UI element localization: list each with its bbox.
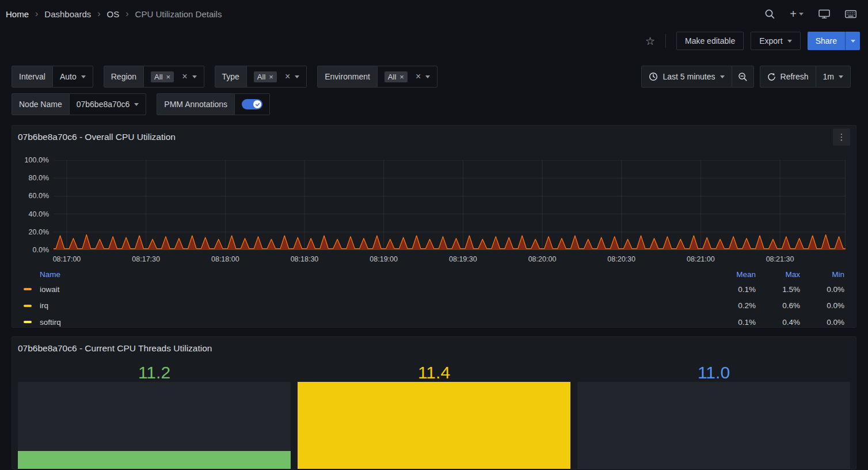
series-mean: 0.1% [711,318,756,327]
environment-label: Environment [317,66,378,88]
region-label: Region [104,66,144,88]
series-color-swatch [24,305,32,307]
refresh-interval-select[interactable]: 1m [816,66,851,88]
filter-row-1: Interval Auto Region All × × T [12,66,851,88]
series-name[interactable]: iowait [40,285,60,294]
interval-select[interactable]: Auto [52,66,93,88]
keyboard-shortcuts-icon[interactable] [845,10,856,18]
clear-selection-icon[interactable]: × [182,72,187,81]
x-tick: 08:21:00 [677,255,724,264]
cpu-utilization-chart[interactable] [54,160,846,250]
chevron-down-icon [851,40,855,43]
gauge-bar [18,382,291,469]
search-icon[interactable] [764,9,775,19]
refresh-button[interactable]: Refresh [760,66,816,88]
share-dropdown-button[interactable] [845,32,860,50]
time-range-group: Last 5 minutes [641,66,753,88]
share-button[interactable]: Share [808,32,845,50]
legend-header-min[interactable]: Min [800,270,844,279]
cpu-thread-gauge: 11.0 [577,363,850,469]
series-min: 0.0% [800,285,844,294]
gauge-bar [577,382,850,469]
legend-header-max[interactable]: Max [756,270,800,279]
favorite-star-button[interactable]: ☆ [645,35,655,48]
panel-header: 07b6be8a70c6 - Current CPU Threads Utili… [12,337,856,360]
series-mean: 0.1% [711,285,756,294]
cpu-thread-gauge: 11.4 [298,363,570,469]
clear-selection-icon[interactable]: × [285,72,290,81]
series-name[interactable]: softirq [40,318,61,327]
x-tick: 08:20:00 [519,255,565,264]
legend-row-irq: irq 0.2% 0.6% 0.0% [12,298,856,314]
node-name-filter: Node Name 07b6be8a70c6 [12,93,146,115]
breadcrumb-separator-icon: › [125,9,128,19]
plus-icon: + [790,9,797,19]
tv-mode-icon[interactable] [818,9,830,19]
breadcrumb-os[interactable]: OS [107,9,120,19]
zoom-out-button[interactable] [732,66,754,88]
gauge-value: 11.4 [298,363,570,382]
toolbar-divider [665,34,666,48]
breadcrumb-separator-icon: › [35,9,38,19]
interval-filter: Interval Auto [12,66,93,88]
time-range-picker[interactable]: Last 5 minutes [641,66,732,88]
environment-tag[interactable]: All × [384,71,408,82]
chevron-down-icon [839,75,843,78]
panel-menu-button[interactable]: ⋮ [833,128,850,146]
series-min: 0.0% [800,301,844,310]
remove-tag-icon[interactable]: × [269,73,273,81]
y-tick: 40.0% [12,210,49,219]
breadcrumb: Home › Dashboards › OS › CPU Utilization… [6,9,222,19]
type-tag-value: All [257,73,265,81]
gauge-value: 11.0 [577,363,850,382]
refresh-icon [767,73,776,81]
thread-gauges: 11.2 11.4 11.0 [12,363,856,469]
region-filter: Region All × × [104,66,204,88]
environment-filter: Environment All × × [317,66,437,88]
legend-header-name[interactable]: Name [40,270,60,279]
panel-title[interactable]: 07b6be8a70c6 - Current CPU Threads Utili… [18,343,212,354]
x-axis-labels: 08:17:00 08:17:30 08:18:00 08:18:30 08:1… [12,255,856,264]
refresh-interval-value: 1m [823,72,834,81]
node-name-select[interactable]: 07b6be8a70c6 [69,93,147,115]
region-tag[interactable]: All × [151,71,174,82]
top-nav-actions: + [764,9,856,19]
series-max: 0.6% [756,301,800,310]
gauge-value: 11.2 [18,363,291,382]
pmm-annotations-toggle[interactable] [242,99,262,109]
node-name-value: 07b6be8a70c6 [77,100,130,109]
legend-header: Name Mean Max Min [12,267,856,281]
kebab-icon: ⋮ [837,132,846,142]
panel-title[interactable]: 07b6be8a70c6 - Overall CPU Utilization [18,132,176,142]
clock-icon [649,72,658,81]
remove-tag-icon[interactable]: × [399,73,404,81]
type-tag[interactable]: All × [254,71,277,82]
dashboard-toolbar: ☆ Make editable Export Share [0,28,868,54]
y-tick: 60.0% [12,191,49,200]
dashboard-content: 07b6be8a70c6 - Overall CPU Utilization ⋮… [0,125,868,469]
chevron-down-icon [81,75,86,78]
y-tick: 20.0% [12,228,49,237]
breadcrumb-home[interactable]: Home [6,9,29,19]
filter-row-2: Node Name 07b6be8a70c6 PMM Annotations [12,93,851,115]
export-label: Export [759,36,782,46]
make-editable-button[interactable]: Make editable [676,32,744,50]
chevron-down-icon [720,75,725,78]
series-color-swatch [24,288,32,290]
add-menu-button[interactable]: + [790,9,804,19]
export-button[interactable]: Export [751,32,800,50]
series-max: 1.5% [756,285,800,294]
type-filter: Type All × × [215,66,307,88]
series-name[interactable]: irq [40,301,48,310]
region-tag-value: All [154,73,162,81]
remove-tag-icon[interactable]: × [166,73,171,81]
toggle-knob [253,100,261,108]
breadcrumb-dashboards[interactable]: Dashboards [44,9,91,19]
panel-overall-cpu-utilization: 07b6be8a70c6 - Overall CPU Utilization ⋮… [12,125,856,328]
environment-select[interactable]: All × × [377,66,437,88]
chevron-down-icon [295,75,299,78]
region-select[interactable]: All × × [143,66,204,88]
legend-header-mean[interactable]: Mean [711,270,756,279]
clear-selection-icon[interactable]: × [416,72,421,81]
type-select[interactable]: All × × [246,66,307,88]
